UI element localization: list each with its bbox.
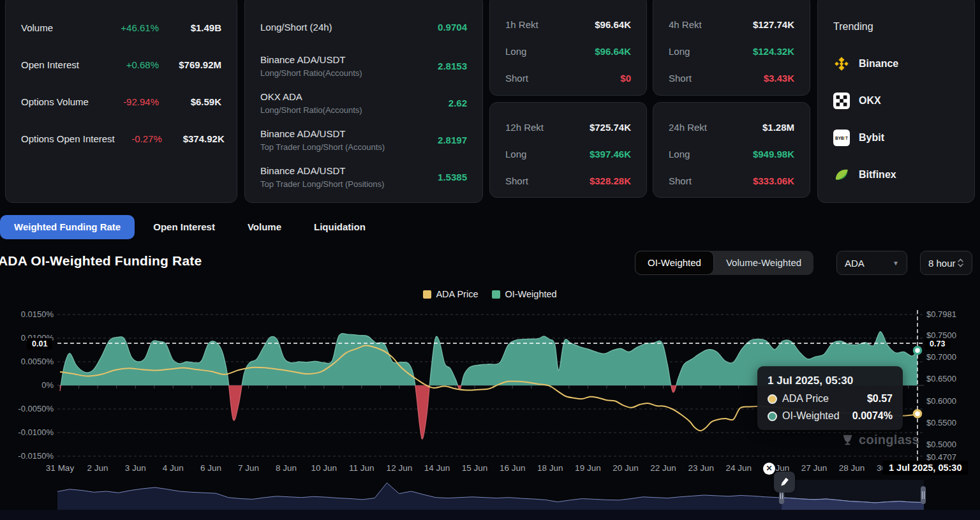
marker-pen-icon bbox=[778, 476, 791, 488]
ratio-label-group: Binance ADA/USDTLong/Short Ratio(Account… bbox=[260, 54, 438, 78]
tab-liquidation[interactable]: Liquidation bbox=[300, 215, 380, 239]
rekt-short-value: $0 bbox=[620, 73, 631, 84]
ratio-value: 0.9704 bbox=[438, 22, 467, 33]
chart-tabs: Weighted Funding RateOpen InterestVolume… bbox=[0, 215, 380, 239]
x-axis-tick: 20 Jun bbox=[612, 463, 639, 473]
okx-logo-icon bbox=[833, 93, 850, 109]
ratio-subtitle: Top Trader Long/Short (Positions) bbox=[260, 179, 438, 189]
bybit-logo-icon: BYB!T bbox=[833, 130, 850, 146]
tab-volume[interactable]: Volume bbox=[234, 215, 295, 239]
x-axis-tick: 6 Jun bbox=[200, 463, 221, 473]
x-axis-tick: 3 Jun bbox=[125, 463, 146, 473]
right-axis-tick: $0.6000 bbox=[926, 396, 956, 406]
trending-title-label: Trending bbox=[833, 21, 959, 33]
rekt-title: 24h Rekt bbox=[669, 122, 762, 133]
toggle-option-oi-weighted[interactable]: OI-Weighted bbox=[635, 251, 714, 275]
rekt-row: Long$949.98K bbox=[669, 147, 794, 161]
right-axis-tick: $0.7000 bbox=[926, 352, 956, 362]
rekt-long-value: $949.98K bbox=[753, 149, 794, 160]
stat-label: Options Volume bbox=[21, 96, 112, 107]
legend-label: OI-Weighted bbox=[505, 289, 556, 299]
market-stats-panel: Volume+46.61%$1.49BOpen Interest+0.68%$7… bbox=[5, 0, 237, 203]
ratio-title: Long/Short (24h) bbox=[260, 22, 438, 33]
ratio-title: Binance ADA/USDT bbox=[260, 165, 438, 176]
svg-text:BYB!T: BYB!T bbox=[835, 136, 848, 140]
x-axis-tick: 8 Jun bbox=[276, 463, 297, 473]
coinglass-dashboard: Volume+46.61%$1.49BOpen Interest+0.68%$7… bbox=[0, 0, 980, 520]
rekt-row: 24h Rekt$1.28M bbox=[669, 120, 794, 134]
ratio-subtitle: Long/Short Ratio(Accounts) bbox=[260, 68, 438, 78]
tooltip-series-value: 0.0074% bbox=[852, 410, 893, 422]
rekt-row: Long$397.46K bbox=[505, 147, 631, 161]
weighting-toggle: OI-WeightedVolume-Weighted bbox=[635, 251, 813, 275]
trending-panel: TrendingBinanceOKXBYB!TBybitBitfinex bbox=[817, 0, 975, 203]
rekt-row: 1h Rekt$96.64K bbox=[505, 17, 631, 31]
rekt-long-value: $124.32K bbox=[753, 46, 794, 57]
interval-select[interactable]: 8 hour bbox=[920, 251, 972, 275]
close-icon[interactable]: ✕ bbox=[763, 463, 775, 475]
left-axis-tick: -0.0050% bbox=[0, 404, 54, 413]
stat-label: Options Open Interest bbox=[21, 133, 115, 144]
tooltip-series-label: ADA Price bbox=[782, 393, 867, 405]
exchange-name: Binance bbox=[859, 58, 898, 70]
rekt-row: Long$96.64K bbox=[505, 44, 631, 58]
rekt-short-value: $333.06K bbox=[753, 175, 794, 186]
legend-swatch bbox=[492, 290, 500, 299]
ratio-label-group: OKX ADALong/Short Ratio(Accounts) bbox=[260, 91, 449, 115]
bitfinex-logo-icon bbox=[833, 167, 850, 183]
legend-item-oi-weighted[interactable]: OI-Weighted bbox=[492, 289, 556, 299]
x-axis-tick: 22 Jun bbox=[650, 463, 676, 473]
stat-row: Options Volume-92.94%$6.59K bbox=[21, 94, 221, 108]
rekt-long-value: $96.64K bbox=[595, 46, 631, 57]
rekt-title: 12h Rekt bbox=[505, 122, 590, 133]
trending-item-bitfinex[interactable]: Bitfinex bbox=[833, 165, 961, 184]
watermark-text: coinglass bbox=[859, 433, 919, 447]
binance-logo-icon bbox=[833, 56, 850, 72]
rekt-long-label: Long bbox=[505, 149, 590, 160]
rekt-long-label: Long bbox=[505, 46, 595, 57]
ratio-value: 1.5385 bbox=[438, 172, 467, 182]
rekt-title: 4h Rekt bbox=[669, 19, 753, 30]
exchange-name: OKX bbox=[859, 95, 881, 107]
ratio-row: Binance ADA/USDTLong/Short Ratio(Account… bbox=[260, 52, 467, 80]
chart-legend: ADA PriceOI-Weighted bbox=[0, 289, 980, 299]
ratio-row: Binance ADA/USDTTop Trader Long/Short (A… bbox=[260, 126, 467, 154]
trending-item-okx[interactable]: OKX bbox=[833, 91, 961, 110]
crosshair-date-badge: 1 Jul 2025, 05:30 bbox=[882, 461, 968, 475]
crosshair-right-badge: 0.73 bbox=[924, 338, 950, 350]
symbol-select-value: ADA bbox=[845, 258, 865, 269]
rekt-short-label: Short bbox=[505, 73, 620, 84]
x-axis-tick: 14 Jun bbox=[424, 463, 450, 473]
navigator-handle-right[interactable] bbox=[921, 486, 926, 504]
tooltip-series-value: $0.57 bbox=[867, 393, 893, 405]
page-title: ADA OI-Weighted Funding Rate bbox=[0, 253, 202, 269]
stat-row: Open Interest+0.68%$769.92M bbox=[21, 57, 221, 71]
navigator-baseline-strip bbox=[0, 510, 980, 520]
toggle-option-volume-weighted[interactable]: Volume-Weighted bbox=[714, 251, 813, 275]
chevron-down-icon: ▼ bbox=[893, 260, 899, 267]
rekt-total: $96.64K bbox=[595, 19, 631, 30]
exchange-name: Bybit bbox=[859, 132, 884, 144]
legend-item-ada-price[interactable]: ADA Price bbox=[423, 289, 478, 299]
trending-item-bybit[interactable]: BYB!TBybit bbox=[833, 128, 961, 147]
symbol-select[interactable]: ADA ▼ bbox=[836, 251, 907, 275]
ratio-subtitle: Top Trader Long/Short (Accounts) bbox=[260, 142, 438, 152]
x-axis-tick: 11 Jun bbox=[349, 463, 375, 473]
rekt-long-label: Long bbox=[669, 46, 753, 57]
x-axis-tick: 19 Jun bbox=[575, 463, 601, 473]
marker-pen-button[interactable] bbox=[774, 472, 795, 493]
stat-change: -92.94% bbox=[112, 96, 159, 107]
x-axis-tick: 28 Jun bbox=[839, 463, 865, 473]
interval-select-value: 8 hour bbox=[928, 258, 956, 269]
trending-item-binance[interactable]: Binance bbox=[833, 54, 961, 73]
rekt-row: 4h Rekt$127.74K bbox=[669, 17, 794, 31]
right-axis-tick: $0.6500 bbox=[926, 374, 956, 383]
tab-open-interest[interactable]: Open Interest bbox=[139, 215, 229, 239]
ratio-row: Long/Short (24h)0.9704 bbox=[260, 20, 467, 34]
tab-weighted-funding-rate[interactable]: Weighted Funding Rate bbox=[0, 215, 135, 239]
rekt-title: 1h Rekt bbox=[505, 19, 595, 30]
ratio-value: 2.62 bbox=[449, 98, 467, 108]
ratio-label-group: Binance ADA/USDTTop Trader Long/Short (P… bbox=[260, 165, 438, 189]
ratio-value: 2.8197 bbox=[438, 135, 467, 145]
trending-title: Trending bbox=[833, 20, 959, 34]
